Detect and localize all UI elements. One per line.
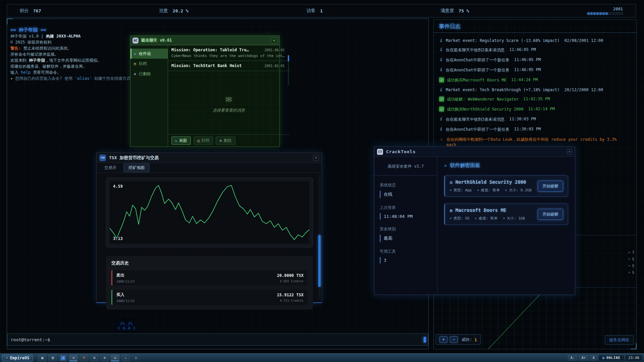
meta-label: 类型: xyxy=(453,216,463,221)
count-value: 5 xyxy=(632,264,634,268)
sidebar-item-label: 已删除 xyxy=(139,71,151,77)
year-progress-cell xyxy=(599,12,602,15)
mail-list-item[interactable]: Mission: Operation: Tabloid Tru… 2001-06… xyxy=(168,45,289,61)
os-icon: ▣ xyxy=(450,208,452,213)
event-text: 你在匿名聊天中收到2条未读消息 xyxy=(446,47,504,53)
meta-label: 难度: xyxy=(481,188,491,193)
app-icon: ▥ xyxy=(450,180,452,185)
year-progress: 2001 xyxy=(587,7,623,15)
terminal-line: == 种子帝国 == xyxy=(10,27,425,33)
stat-label: 注意 xyxy=(159,8,168,14)
archive-button[interactable]: ▤ 归档 xyxy=(194,136,213,145)
event-type-icon: i xyxy=(439,117,443,121)
stat-credits: 积分 767 xyxy=(20,8,41,14)
security-level-value: 最高 xyxy=(380,235,432,242)
price-line-chart xyxy=(110,181,309,244)
tab-mining-map[interactable]: 挖矿地图 xyxy=(123,163,150,172)
taskbar-app-icons: ▣ ▤ ↑ ⚒ ⚑ ⚙ ⊕ ✉ ⚔ ▦ xyxy=(38,355,140,361)
cracktools-app-icon: CT xyxy=(377,149,383,155)
event-log-entry: ✓ 成功购买Macrosoft Doors ME 11:44:24 PM xyxy=(439,77,631,83)
cracktools-sidebar: 高级安全套件 v3.7 系统状态 在线 上次登录 11:48:04 PM 安全级… xyxy=(374,157,437,295)
event-log-title: 事件日志 xyxy=(434,20,636,33)
count-dot-icon xyxy=(629,252,630,253)
font-increase-button[interactable]: A+ xyxy=(579,355,588,360)
event-time: 11:44:24 PM xyxy=(511,77,538,82)
sidebar-item-inbox[interactable]: ✉ 收件箱 xyxy=(130,49,168,59)
trade-history-title: 交易历史 xyxy=(111,260,308,266)
close-icon[interactable]: × xyxy=(313,155,319,161)
globe-icon[interactable]: ⊕ xyxy=(100,355,109,361)
zoom-in-button[interactable]: + xyxy=(439,336,447,343)
event-text: Market event: Regulatory Scare (-13.68% … xyxy=(446,38,560,43)
event-log-entry: ⚠ 在你的网络中检测到一个Data Leak，此威胁将在中和前 reduce y… xyxy=(439,137,631,147)
cracktools-window: CT CrackTools × 高级安全套件 v3.7 系统状态 在线 上次登录… xyxy=(374,146,575,295)
meta-value: OS xyxy=(465,216,470,221)
start-crack-button[interactable]: 开始破解 xyxy=(538,181,563,192)
mail-scrollbar-thumb[interactable] xyxy=(288,55,289,61)
event-text: 你在AnonChat中获得了一个新任务 xyxy=(446,127,509,132)
sidebar-item-archive[interactable]: ▤ 归档 xyxy=(130,59,168,69)
hammer-icon[interactable]: ⚒ xyxy=(69,355,78,361)
count-dot-icon xyxy=(629,272,630,273)
package-icon[interactable]: ▤ xyxy=(48,355,57,361)
tsx-titlebar[interactable]: TSX TSX 加密货币挖矿与交易 × xyxy=(97,153,322,163)
bullet-icon xyxy=(475,218,477,219)
upload-icon[interactable]: ↑ xyxy=(59,355,67,361)
taskbar-tray: A- A+ A ONLINE 23:48 xyxy=(568,355,642,361)
mail-subject: Mission: Operation: Tabloid Tru… xyxy=(171,48,249,52)
computer-icon[interactable]: ▣ xyxy=(38,355,47,361)
stat-value: 767 xyxy=(33,8,41,13)
font-decrease-button[interactable]: A- xyxy=(568,355,577,360)
mail-list-item[interactable]: Mission: TechStart Bank Heist 2001-02-01 xyxy=(168,61,289,71)
delete-button[interactable]: ✖ 删除 xyxy=(216,136,235,145)
meta-value: 0.2GB xyxy=(521,188,532,192)
close-icon[interactable]: × xyxy=(271,38,277,44)
tsx-scrollbar-thumb[interactable] xyxy=(318,235,321,287)
year-progress-cell xyxy=(593,12,596,15)
gear-icon[interactable]: ⚙ xyxy=(90,355,99,361)
close-icon[interactable]: × xyxy=(567,149,572,155)
trade-row-sell: 卖出 2000/11/23 20.0000 TSX 4.925 Credits xyxy=(111,270,308,286)
meta-value: 简单 xyxy=(492,188,500,193)
briefcase-icon[interactable]: ▦ xyxy=(131,355,140,361)
event-type-icon: ⚠ xyxy=(439,137,444,141)
start-menu-button[interactable]: ⚡ EmpireOS xyxy=(2,355,33,361)
cracktools-titlebar[interactable]: CT CrackTools × xyxy=(374,147,575,157)
trade-amount: 20.0000 TSX xyxy=(277,273,304,278)
year-progress-cell xyxy=(621,12,623,15)
chat-icon[interactable]: ✉ xyxy=(111,355,119,361)
mail-date: 2001-02-01 xyxy=(265,64,285,68)
price-chart: 4.59 3.13 xyxy=(110,181,309,244)
server-network-button[interactable]: 服务器网络 xyxy=(605,335,634,345)
crack-target-card: ▥ NorthShield Security 2000 类型: App 难度: … xyxy=(444,175,568,197)
taskbar: ⚡ EmpireOS ▣ ▤ ↑ ⚒ ⚑ ⚙ ⊕ ✉ ⚔ ▦ xyxy=(0,353,644,362)
start-crack-button[interactable]: 开始破解 xyxy=(538,209,563,220)
tab-exchange[interactable]: 交易所 xyxy=(99,163,121,172)
last-login-value: 11:48:04 PM xyxy=(380,213,432,220)
year-progress-bar xyxy=(587,12,623,15)
zoom-out-button[interactable]: - xyxy=(450,336,458,343)
server-count-row: 7 xyxy=(629,249,634,256)
event-log-entry: i 你在AnonChat中获得了一个新任务 11:46:05 PM xyxy=(439,67,631,73)
year-progress-cell xyxy=(618,12,620,15)
sidebar-item-deleted[interactable]: ♻ 已删除 xyxy=(130,69,168,79)
year-progress-cell xyxy=(596,12,599,15)
stat-label: 满意度 xyxy=(441,8,454,14)
software-name: NorthShield Security 2000 xyxy=(455,179,526,185)
trade-date: 2000/11/22 xyxy=(116,299,135,303)
chat-titlebar[interactable]: AC 匿名聊天 v0.61 × xyxy=(130,36,279,45)
font-reset-button[interactable]: A xyxy=(590,355,597,360)
event-log-entry: i Market event: Regulatory Scare (-13.68… xyxy=(439,38,631,43)
pickaxe-icon[interactable]: ⚔ xyxy=(121,355,130,361)
trade-amount: 15.9122 TSX xyxy=(277,293,304,297)
event-text: 你在匿名聊天中收到3条未读消息 xyxy=(446,117,504,122)
terminal-input[interactable]: root@torrent:~$ xyxy=(7,334,428,346)
megaphone-icon[interactable]: ⚑ xyxy=(79,355,88,361)
refresh-button[interactable]: ↻ 刷新 xyxy=(171,136,191,145)
tsx-crypto-window: TSX TSX 加密货币挖矿与交易 × 交易所 挖矿地图 4.59 3.13 交… xyxy=(96,153,322,303)
event-time: 11:42:14 PM xyxy=(528,107,555,111)
chat-sidebar: ✉ 收件箱 ▤ 归档 ♻ 已删除 xyxy=(130,45,168,146)
count-value: 5 xyxy=(632,270,634,275)
event-log-entry: i 你在匿名聊天中收到2条未读消息 11:46:05 PM xyxy=(439,47,631,53)
mail-toolbar: ↻ 刷新 ▤ 归档 ✖ 删除 xyxy=(168,134,289,146)
